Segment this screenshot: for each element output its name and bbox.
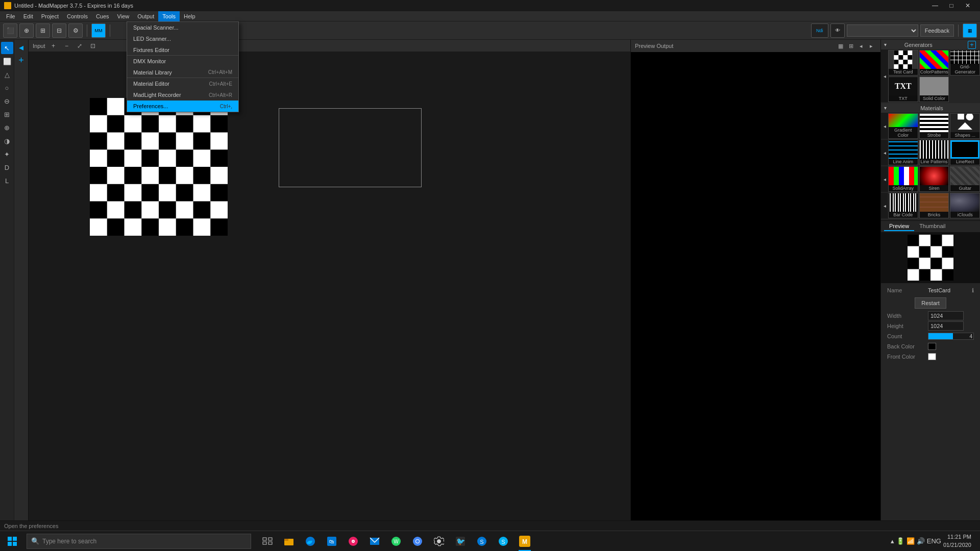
volume-icon[interactable]: 🔊 bbox=[917, 537, 925, 545]
preview-tab[interactable]: Preview bbox=[884, 222, 914, 231]
materials-scroll-left-3[interactable]: ◂ bbox=[881, 166, 888, 192]
tool-pointer[interactable]: ↖ bbox=[1, 42, 13, 54]
start-button[interactable] bbox=[0, 531, 24, 552]
taskbar-app-9[interactable]: 🐦 bbox=[450, 531, 471, 552]
surface-tool-btn[interactable]: ⬛ bbox=[3, 23, 17, 38]
dropdown-preferences[interactable]: Preferences... Ctrl+, bbox=[127, 101, 238, 112]
tool-mask[interactable]: ◑ bbox=[1, 135, 13, 147]
mat-bricks[interactable]: Bricks bbox=[919, 193, 949, 218]
taskbar-windows-store[interactable]: 🛍 bbox=[322, 531, 342, 552]
materials-scroll-left-2[interactable]: ◂ bbox=[881, 140, 888, 165]
taskbar-groove-music[interactable] bbox=[343, 531, 363, 552]
menu-file[interactable]: File bbox=[2, 11, 19, 21]
back-color-swatch[interactable] bbox=[928, 343, 936, 350]
group-tool-btn[interactable]: ⊟ bbox=[52, 23, 66, 38]
menu-view[interactable]: View bbox=[113, 11, 134, 21]
gen-txt[interactable]: TXT TXT bbox=[888, 77, 918, 102]
ndi-btn[interactable]: Ndi bbox=[811, 23, 828, 38]
output-rectangle[interactable] bbox=[279, 108, 422, 187]
info-icon[interactable]: ℹ bbox=[972, 287, 974, 294]
materials-scroll-left-1[interactable]: ◂ bbox=[881, 113, 888, 139]
menu-output[interactable]: Output bbox=[133, 11, 158, 21]
gen-colorpatterns[interactable]: ColorPatterns bbox=[919, 50, 949, 76]
zoom-out-btn[interactable]: − bbox=[61, 41, 71, 51]
taskbar-chrome[interactable] bbox=[407, 531, 428, 552]
mat-guitar[interactable]: Guitar bbox=[950, 166, 980, 192]
dropdown-led-scanner[interactable]: LED Scanner... bbox=[127, 33, 238, 44]
output-next-btn[interactable]: ▸ bbox=[866, 41, 876, 51]
materials-scroll-left-4[interactable]: ◂ bbox=[881, 193, 888, 218]
tool-slice[interactable]: ⊖ bbox=[1, 95, 13, 107]
settings-tool-btn[interactable]: ⚙ bbox=[68, 23, 83, 38]
thumbnail-tab[interactable]: Thumbnail bbox=[914, 222, 950, 231]
front-color-swatch[interactable] bbox=[928, 353, 936, 360]
output-select[interactable] bbox=[847, 24, 918, 37]
system-clock[interactable]: 11:21 PM 01/21/2020 bbox=[943, 533, 971, 549]
tool-circle[interactable]: ○ bbox=[1, 82, 13, 94]
menu-tools[interactable]: Tools bbox=[158, 11, 180, 21]
taskbar-file-explorer[interactable] bbox=[279, 531, 299, 552]
materials-collapse-arrow[interactable]: ▾ bbox=[884, 105, 887, 111]
zoom-in-btn[interactable]: + bbox=[48, 41, 58, 51]
materials-header[interactable]: ▾ Materials bbox=[881, 103, 980, 113]
mat-line-anim[interactable]: Line Anim bbox=[888, 140, 918, 165]
dropdown-spatial-scanner[interactable]: Spacial Scanner... bbox=[127, 22, 238, 33]
collapse-left-btn[interactable]: ◂ bbox=[19, 42, 23, 53]
fit-btn[interactable]: ⤢ bbox=[75, 41, 85, 51]
tool-grid[interactable]: ⊞ bbox=[1, 108, 13, 120]
mat-linerect[interactable]: LineRect bbox=[950, 140, 980, 165]
generators-collapse-arrow[interactable]: ▾ bbox=[884, 42, 887, 47]
tool-magic[interactable]: ✦ bbox=[1, 148, 13, 160]
checkerboard-surface[interactable] bbox=[90, 98, 228, 236]
restart-button[interactable]: Restart bbox=[915, 297, 946, 309]
generators-scroll-left[interactable]: ◂ bbox=[881, 50, 888, 102]
wifi-icon[interactable]: 📶 bbox=[906, 537, 915, 545]
tool-dmx[interactable]: D bbox=[1, 161, 13, 173]
menu-project[interactable]: Project bbox=[37, 11, 63, 21]
height-input[interactable] bbox=[928, 321, 964, 331]
select-tool-btn[interactable]: ⊕ bbox=[19, 23, 34, 38]
dropdown-fixtures-editor[interactable]: Fixtures Editor bbox=[127, 44, 238, 56]
maximize-button[interactable]: □ bbox=[943, 0, 960, 11]
mat-gradient-color[interactable]: Gradient Color bbox=[888, 113, 918, 139]
gen-grid-generator[interactable]: Grid-Generator bbox=[950, 50, 980, 76]
output-settings-btn[interactable]: ▦ bbox=[836, 41, 846, 51]
map-view-btn[interactable]: ▦ bbox=[963, 23, 977, 38]
tray-expand-icon[interactable]: ▴ bbox=[891, 537, 894, 545]
mat-shapes[interactable]: Shapes ... bbox=[950, 113, 980, 139]
taskbar-task-view[interactable] bbox=[257, 531, 278, 552]
output-view-btn[interactable]: ⊞ bbox=[846, 41, 856, 51]
gen-testcard[interactable]: Test Card bbox=[888, 50, 918, 76]
minimize-button[interactable]: — bbox=[927, 0, 943, 11]
count-bar[interactable]: 4 bbox=[928, 333, 974, 340]
dropdown-dmx-monitor[interactable]: DMX Monitor bbox=[127, 56, 238, 67]
feedback-button[interactable]: Feedback bbox=[920, 24, 954, 37]
output-prev-btn[interactable]: ◂ bbox=[856, 41, 866, 51]
mat-line-patterns[interactable]: Line Patterns bbox=[919, 140, 949, 165]
dropdown-material-library[interactable]: Material Library Ctrl+Alt+M bbox=[127, 67, 238, 78]
battery-icon[interactable]: 🔋 bbox=[896, 537, 904, 545]
menu-controls[interactable]: Controls bbox=[63, 11, 92, 21]
add-scene-btn[interactable]: + bbox=[18, 55, 24, 66]
mat-iclouds[interactable]: iClouds bbox=[950, 193, 980, 218]
gen-solid-color[interactable]: Solid Color bbox=[919, 77, 949, 102]
menu-help[interactable]: Help bbox=[180, 11, 200, 21]
taskbar-mail[interactable] bbox=[364, 531, 385, 552]
aspect-btn[interactable]: ⊡ bbox=[88, 41, 98, 51]
taskbar-skype-2[interactable]: S bbox=[493, 531, 513, 552]
taskbar-edge[interactable] bbox=[300, 531, 321, 552]
taskbar-skype-1[interactable]: S bbox=[472, 531, 492, 552]
mat-solidarray[interactable]: SolidArray bbox=[888, 166, 918, 192]
menu-edit[interactable]: Edit bbox=[19, 11, 37, 21]
dropdown-madlight-recorder[interactable]: MadLight Recorder Ctrl+Alt+R bbox=[127, 89, 238, 101]
taskbar-search[interactable]: 🔍 Type here to search bbox=[27, 534, 251, 549]
tool-warp[interactable]: ⊕ bbox=[1, 121, 13, 134]
width-input[interactable] bbox=[928, 311, 964, 320]
taskbar-whatsapp[interactable]: W bbox=[386, 531, 406, 552]
menu-cues[interactable]: Cues bbox=[92, 11, 113, 21]
close-button[interactable]: ✕ bbox=[960, 0, 976, 11]
language-label[interactable]: ENG bbox=[927, 537, 941, 545]
mat-barcode[interactable]: Bar Code bbox=[888, 193, 918, 218]
taskbar-settings[interactable] bbox=[429, 531, 449, 552]
mat-strobe[interactable]: Strobe bbox=[919, 113, 949, 139]
